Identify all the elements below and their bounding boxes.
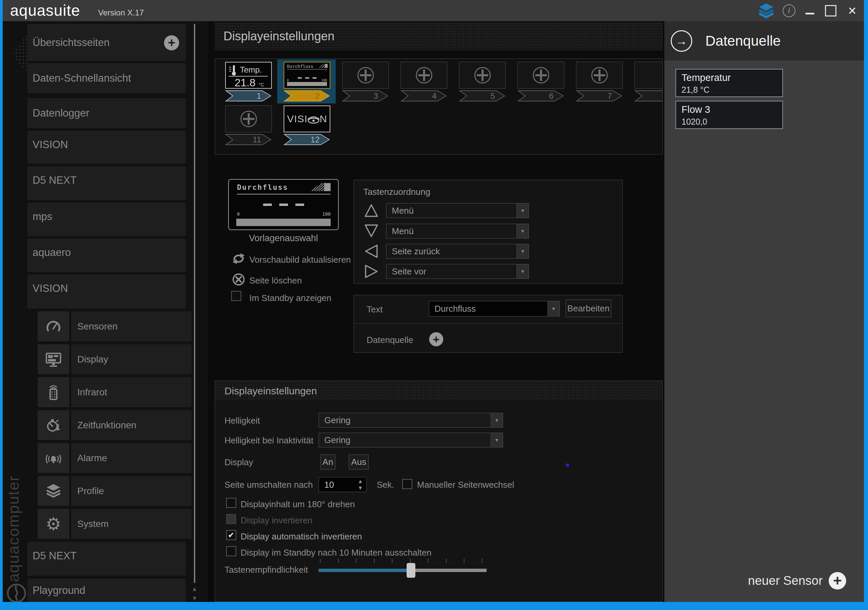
monitor-icon — [38, 344, 69, 374]
window-border-right — [864, 0, 868, 610]
sidebar-item-vision-2[interactable]: VISION — [28, 275, 186, 308]
sidebar-item-d5next-2[interactable]: D5 NEXT — [28, 542, 186, 575]
sidebar-item-mps[interactable]: mps — [28, 203, 186, 236]
sidebar-item-label: VISION — [33, 282, 68, 294]
brightness-idle-label: Helligkeit bei Inaktivität — [225, 435, 313, 446]
close-button[interactable]: × — [845, 0, 860, 21]
page-tab-1[interactable]: 1 — [225, 90, 272, 102]
key-sensitivity-label: Tastenempfindlichkeit — [225, 565, 308, 575]
text-dropdown[interactable]: Durchfluss▼ — [429, 301, 560, 316]
key-up-icon — [364, 203, 379, 218]
sidebar-subitem-label: Alarme — [71, 443, 192, 473]
standby-off-checkbox[interactable] — [226, 546, 236, 556]
window-border-bottom — [0, 602, 868, 610]
page-5-thumbnail-add[interactable] — [459, 62, 506, 89]
display-off-button[interactable]: Aus — [349, 455, 369, 469]
gauge-icon — [38, 311, 69, 341]
maximize-button[interactable] — [825, 0, 837, 21]
rotate-180-checkbox[interactable] — [226, 498, 236, 508]
vision-logo-text: VISI — [287, 113, 307, 125]
page-tab-6[interactable]: 6 — [518, 90, 564, 102]
source-value: 1020,0 — [682, 117, 707, 127]
info-icon[interactable]: i — [782, 0, 796, 21]
app-window: aquasuite Version X.17 i × Übersichtssei… — [0, 0, 868, 610]
page-number: 1 — [257, 91, 261, 101]
minimize-button[interactable] — [804, 0, 815, 21]
sidebar-item-datenlogger[interactable]: Datenlogger — [28, 98, 186, 128]
source-card-temperatur[interactable]: Temperatur 21,8 °C — [676, 69, 783, 97]
key-left-dropdown[interactable]: Seite zurück▼ — [386, 244, 529, 259]
layers-icon[interactable] — [757, 0, 776, 21]
window-border-left — [0, 0, 3, 610]
sidebar-item-playground[interactable]: Playground — [28, 579, 186, 602]
standby-show-checkbox[interactable] — [231, 291, 241, 301]
display-onoff-label: Display — [225, 457, 253, 468]
page-3-thumbnail-add[interactable] — [342, 62, 389, 89]
page-tab-4[interactable]: 4 — [401, 90, 447, 102]
manual-page-switch-checkbox[interactable] — [402, 479, 412, 489]
new-sensor-button[interactable]: + — [829, 572, 846, 590]
page-tab-11[interactable]: 11 — [225, 134, 272, 146]
page-tab-3[interactable]: 3 — [342, 90, 389, 102]
lcd-hatch — [310, 183, 331, 191]
key-down-dropdown[interactable]: Menü▼ — [386, 224, 529, 238]
vision-logo-text: N — [319, 113, 327, 125]
edit-text-button[interactable]: Bearbeiten — [566, 300, 611, 317]
page-7-thumbnail-add[interactable] — [576, 62, 623, 89]
sidebar-item-daten-schnellansicht[interactable]: Daten-Schnellansicht — [28, 63, 186, 93]
lcd-preview: Durchfluss 0 100 — [228, 179, 339, 230]
invert-display-checkbox — [226, 514, 236, 524]
text-source-panel: Text Durchfluss▼ Bearbeiten Datenquelle … — [353, 295, 623, 353]
sidebar-item-d5next-1[interactable]: D5 NEXT — [28, 167, 186, 200]
key-right-dropdown[interactable]: Seite vor▼ — [386, 264, 529, 279]
scroll-up-icon[interactable]: ▲ — [192, 585, 198, 593]
display-on-button[interactable]: An — [320, 455, 335, 469]
page-number: 7 — [608, 91, 612, 101]
refresh-preview-button[interactable]: Vorschaubild aktualisieren — [250, 255, 351, 265]
page-tab-12[interactable]: 12 — [284, 134, 330, 146]
delete-page-button[interactable]: Seite löschen — [250, 276, 302, 286]
thumbnail-title: Temp. — [240, 65, 262, 74]
sensitivity-slider-handle[interactable] — [407, 563, 415, 578]
add-page-icon — [532, 66, 550, 84]
scroll-down-icon[interactable]: ▼ — [192, 595, 198, 602]
page-tab-5[interactable]: 5 — [459, 90, 506, 102]
arrow-right-circle-icon[interactable]: → — [671, 30, 692, 52]
auto-invert-checkbox[interactable]: ✔ — [226, 530, 236, 540]
add-overview-page-button[interactable]: + — [164, 35, 179, 50]
spinner-arrows[interactable]: ▲▼ — [358, 478, 363, 491]
key-up-dropdown[interactable]: Menü▼ — [386, 203, 529, 218]
page-tab-7[interactable]: 7 — [576, 90, 623, 102]
source-name: Temperatur — [682, 72, 731, 83]
brightness-idle-dropdown[interactable]: Gering▼ — [319, 433, 503, 447]
new-sensor-label: neuer Sensor — [748, 574, 823, 588]
brightness-dropdown[interactable]: Gering▼ — [319, 413, 503, 427]
page-1-thumbnail[interactable]: Temp. 21.8 °C — [225, 62, 272, 89]
page-11-thumbnail-add[interactable] — [225, 105, 272, 132]
page-tab-8[interactable] — [634, 90, 663, 102]
sidebar-item-aquaero[interactable]: aquaero — [28, 239, 186, 272]
delete-page-icon[interactable] — [232, 273, 245, 286]
sidebar-item-vision-1[interactable]: VISION — [28, 131, 186, 163]
seconds-label: Sek. — [377, 480, 394, 490]
page-switch-spinner[interactable]: 10 ▲▼ — [319, 477, 367, 492]
sensitivity-slider[interactable] — [319, 569, 487, 572]
add-data-source-button[interactable]: + — [429, 332, 443, 346]
sidebar-scrollbar[interactable] — [194, 24, 195, 583]
scale-min: 0 — [287, 79, 289, 82]
refresh-icon[interactable] — [232, 252, 245, 265]
source-card-flow3[interactable]: Flow 3 1020,0 — [676, 101, 783, 129]
page-2-thumbnail[interactable]: Durchfluss 0 100 — [284, 62, 330, 89]
key-left-icon — [364, 244, 379, 259]
sidebar-item-uebersichtsseiten[interactable]: Übersichtsseiten + — [28, 24, 186, 61]
page-number: 4 — [432, 91, 437, 101]
page-8-thumbnail-add[interactable] — [634, 62, 663, 89]
settings-title: Displayeinstellungen — [225, 381, 662, 401]
text-label: Text — [367, 304, 383, 315]
page-4-thumbnail-add[interactable] — [401, 62, 447, 89]
page-tab-2-selected[interactable]: 2 — [284, 90, 330, 102]
layers-icon-glyph — [758, 3, 775, 19]
page-6-thumbnail-add[interactable] — [518, 62, 564, 89]
standby-off-label: Display im Standby nach 10 Minuten aussc… — [240, 548, 431, 558]
page-12-thumbnail-vision[interactable]: VISI N — [284, 105, 330, 132]
